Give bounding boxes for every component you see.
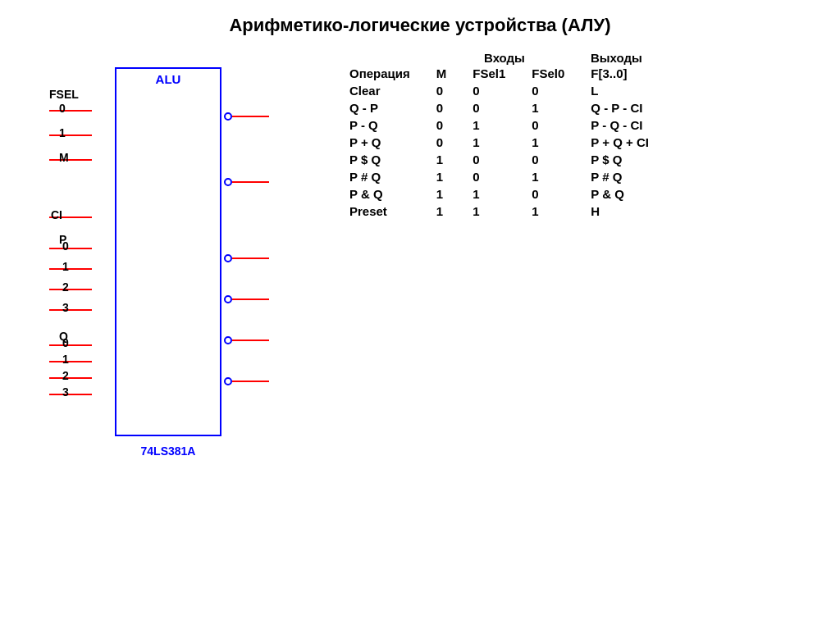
pin-row-p2 [49,289,92,290]
pin-label-m: M [59,151,69,164]
pin-row-m [49,159,92,161]
truth-table: Входы Выходы Операция M FSel1 FSel0 F[3.… [336,51,662,220]
cell-m: 0 [423,116,460,134]
pin-row-p1 [49,268,92,270]
cell-f: P - Q - CI [578,116,662,134]
page-title: Арифметико-логические устройства (АЛУ) [0,15,840,36]
table-row: P # Q101P # Q [336,168,662,185]
cell-fsel0: 1 [518,134,578,151]
pin-row-q2 [49,377,92,379]
cell-op: P - Q [336,116,423,134]
pin-row-cp [224,112,269,121]
cell-fsel0: 1 [518,203,578,220]
alu-diagram: ALU FSEL 0 1 M CI P 0 [49,51,287,477]
pin-row-q3 [49,394,92,395]
pin-row-out1 [224,295,269,303]
table-row: P - Q010P - Q - CI [336,116,662,134]
pin-row-p3 [49,309,92,311]
cell-m: 0 [423,99,460,116]
table-row: Q - P001Q - P - CI [336,99,662,116]
cell-fsel1: 0 [459,151,518,168]
cell-m: 1 [423,203,460,220]
cell-op: P # Q [336,168,423,185]
pin-row-0a [49,110,92,112]
cell-fsel0: 0 [518,116,578,134]
cell-m: 0 [423,82,460,99]
pin-label-q0: 0 [62,336,69,349]
cell-fsel1: 1 [459,134,518,151]
chip-label: 74LS381A [115,444,221,458]
header-fsel0: FSel0 [518,65,578,82]
cell-op: P + Q [336,134,423,151]
pin-label-p1: 1 [62,260,69,273]
pin-row-out3 [224,377,269,385]
cell-f: P + Q + CI [578,134,662,151]
table-row: P + Q011P + Q + CI [336,134,662,151]
pin-row-q1 [49,361,92,362]
header-f: F[3..0] [578,65,662,82]
group-headers: Входы Выходы [336,51,662,65]
cell-fsel1: 0 [459,99,518,116]
cell-f: Q - P - CI [578,99,662,116]
pin-label-0a: 0 [59,102,66,115]
header-op: Операция [336,65,423,82]
cell-m: 1 [423,185,460,203]
cell-op: Preset [336,203,423,220]
header-fsel1: FSel1 [459,65,518,82]
chip-title: ALU [116,72,220,86]
pin-label-fsel: FSEL [49,88,79,101]
cell-f: P $ Q [578,151,662,168]
cell-op: P $ Q [336,151,423,168]
cell-f: H [578,203,662,220]
cell-fsel1: 1 [459,203,518,220]
table-row: P $ Q100P $ Q [336,151,662,168]
pin-row-1a [49,134,92,136]
cell-fsel0: 1 [518,168,578,185]
pin-label-q2: 2 [62,369,69,382]
cell-fsel0: 0 [518,151,578,168]
cell-fsel1: 1 [459,116,518,134]
pin-row-q0 [49,344,92,346]
pin-label-q1: 1 [62,353,69,366]
table-row: Preset111H [336,203,662,220]
pin-label-ci: CI [51,208,62,221]
pin-row-out2 [224,336,269,344]
cell-op: Q - P [336,99,423,116]
cell-m: 0 [423,134,460,151]
pin-row-p0 [49,248,92,249]
cell-fsel0: 0 [518,82,578,99]
cell-op: Clear [336,82,423,99]
cell-m: 1 [423,151,460,168]
chip-box: ALU [115,67,221,436]
pin-label-p2: 2 [62,280,69,294]
cell-op: P & Q [336,185,423,203]
pin-row-cg [224,178,269,186]
pin-row-out0 [224,254,269,262]
cell-f: P & Q [578,185,662,203]
cell-fsel0: 1 [518,99,578,116]
cell-fsel0: 0 [518,185,578,203]
cell-f: P # Q [578,168,662,185]
table-row: Clear000L [336,82,662,99]
cell-m: 1 [423,168,460,185]
cell-fsel1: 0 [459,82,518,99]
table-row: P & Q110P & Q [336,185,662,203]
pin-label-p3: 3 [62,301,69,314]
inputs-label: Входы [484,51,525,65]
header-m: M [423,65,460,82]
pin-label-p0: 0 [62,239,69,253]
cell-fsel1: 1 [459,185,518,203]
operation-table: Операция M FSel1 FSel0 F[3..0] Clear000L… [336,65,662,220]
outputs-label: Выходы [566,51,642,65]
cell-f: L [578,82,662,99]
pin-label-1a: 1 [59,126,66,139]
pin-label-q3: 3 [62,385,69,399]
cell-fsel1: 0 [459,168,518,185]
